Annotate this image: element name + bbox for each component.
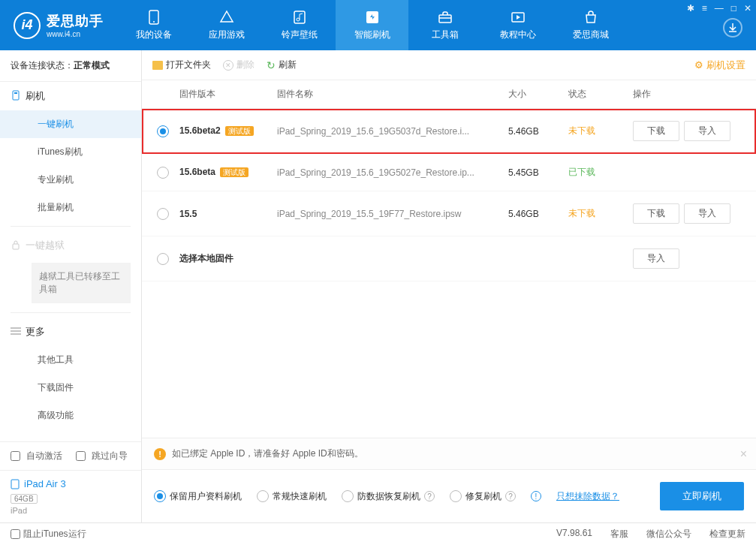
jailbreak-note: 越狱工具已转移至工具箱 bbox=[32, 263, 131, 303]
option-radio[interactable] bbox=[154, 490, 166, 502]
download-button[interactable]: 下载 bbox=[633, 203, 679, 224]
toolbox-icon bbox=[437, 9, 453, 26]
help-icon[interactable]: ? bbox=[505, 491, 516, 501]
delete-button: ✕ 删除 bbox=[223, 59, 255, 71]
svg-point-1 bbox=[153, 21, 155, 23]
more-icon bbox=[11, 327, 21, 335]
device-icon bbox=[146, 9, 162, 26]
close-notice-button[interactable]: × bbox=[740, 447, 747, 461]
logo: i4 爱思助手 www.i4.cn bbox=[0, 12, 117, 39]
sidebar-item[interactable]: 下载固件 bbox=[0, 374, 141, 402]
table-header: 固件版本 固件名称 大小 状态 操作 bbox=[142, 80, 756, 109]
option-radio[interactable] bbox=[450, 490, 462, 502]
download-icon bbox=[727, 23, 738, 33]
svg-rect-9 bbox=[13, 244, 19, 249]
download-button[interactable]: 下载 bbox=[633, 121, 679, 141]
nav-tab-apps[interactable]: 应用游戏 bbox=[190, 0, 263, 50]
refresh-icon: ↻ bbox=[267, 59, 276, 71]
window-controls: ✱ ≡ — □ ✕ bbox=[687, 3, 751, 14]
connection-status: 设备连接状态：正常模式 bbox=[0, 50, 141, 82]
app-url: www.i4.cn bbox=[47, 30, 104, 38]
sidebar-group-jailbreak: 一键越狱 bbox=[0, 231, 141, 260]
nav-tab-music[interactable]: 铃声壁纸 bbox=[263, 0, 336, 50]
ipad-icon bbox=[11, 479, 20, 489]
nav-tab-device[interactable]: 我的设备 bbox=[117, 0, 190, 50]
svg-rect-5 bbox=[439, 15, 451, 23]
bottom-panel: ! 如已绑定 Apple ID，请准备好 Apple ID和密码。 × 保留用户… bbox=[142, 438, 756, 522]
lock-icon bbox=[11, 239, 21, 250]
flash-now-button[interactable]: 立即刷机 bbox=[660, 482, 744, 510]
folder-icon bbox=[152, 61, 163, 70]
sidebar-group-more[interactable]: 更多 bbox=[0, 318, 141, 346]
sidebar-item[interactable]: 专业刷机 bbox=[0, 166, 141, 194]
info-icon[interactable]: ! bbox=[531, 491, 541, 501]
menu-icon[interactable]: ✱ bbox=[687, 3, 694, 14]
flash-icon bbox=[11, 90, 21, 101]
refresh-button[interactable]: ↻ 刷新 bbox=[267, 59, 297, 71]
gear-icon: ⚙ bbox=[694, 59, 703, 71]
check-update-link[interactable]: 检查更新 bbox=[709, 528, 745, 540]
beta-badge: 测试版 bbox=[220, 167, 248, 177]
erase-data-link[interactable]: 只想抹除数据？ bbox=[556, 490, 619, 503]
list-icon[interactable]: ≡ bbox=[702, 3, 707, 14]
sidebar-item[interactable]: iTunes刷机 bbox=[0, 138, 141, 166]
select-radio[interactable] bbox=[157, 125, 169, 137]
skip-guide-checkbox[interactable] bbox=[76, 451, 86, 461]
select-radio[interactable] bbox=[157, 208, 169, 220]
download-button[interactable] bbox=[723, 18, 742, 38]
sidebar-item[interactable]: 一键刷机 bbox=[0, 110, 141, 138]
svg-rect-13 bbox=[11, 480, 19, 489]
block-itunes-checkbox[interactable] bbox=[11, 529, 20, 539]
select-radio[interactable] bbox=[157, 253, 169, 265]
sidebar-group-flash[interactable]: 刷机 bbox=[0, 82, 141, 110]
option-radio[interactable] bbox=[342, 490, 354, 502]
nav-tab-flash[interactable]: 智能刷机 bbox=[336, 0, 408, 50]
open-folder-button[interactable]: 打开文件夹 bbox=[152, 59, 211, 71]
flash-option[interactable]: 防数据恢复刷机? bbox=[342, 490, 435, 503]
sidebar-item[interactable]: 批量刷机 bbox=[0, 194, 141, 221]
help-icon[interactable]: ? bbox=[424, 491, 435, 501]
svg-rect-8 bbox=[14, 92, 17, 94]
wechat-link[interactable]: 微信公众号 bbox=[646, 528, 691, 540]
close-icon[interactable]: ✕ bbox=[744, 3, 751, 14]
flash-option[interactable]: 保留用户资料刷机 bbox=[154, 490, 242, 503]
apps-icon bbox=[218, 9, 235, 26]
nav-tab-store[interactable]: 爱思商城 bbox=[554, 0, 627, 50]
toolbar: 打开文件夹 ✕ 删除 ↻ 刷新 ⚙ 刷机设置 bbox=[142, 50, 756, 80]
version-label: V7.98.61 bbox=[556, 528, 592, 540]
support-link[interactable]: 客服 bbox=[610, 528, 628, 540]
nav-tab-tutorial[interactable]: 教程中心 bbox=[481, 0, 554, 50]
app-header: i4 爱思助手 www.i4.cn 我的设备应用游戏铃声壁纸智能刷机工具箱教程中… bbox=[0, 0, 756, 50]
firmware-row[interactable]: 15.6beta测试版 iPad_Spring_2019_15.6_19G502… bbox=[142, 154, 756, 191]
music-icon bbox=[291, 9, 308, 26]
sidebar: 设备连接状态：正常模式 刷机 一键刷机iTunes刷机专业刷机批量刷机 一键越狱… bbox=[0, 50, 142, 522]
store-icon bbox=[583, 9, 599, 26]
storage-badge: 64GB bbox=[11, 494, 38, 504]
firmware-row[interactable]: 15.6beta2测试版 iPad_Spring_2019_15.6_19G50… bbox=[142, 109, 756, 154]
device-info[interactable]: iPad Air 3 64GB iPad bbox=[0, 470, 141, 522]
sidebar-item[interactable]: 高级功能 bbox=[0, 402, 141, 429]
flash-option[interactable]: 修复刷机? bbox=[450, 490, 516, 503]
sidebar-item[interactable]: 其他工具 bbox=[0, 346, 141, 374]
minimize-icon[interactable]: — bbox=[715, 3, 724, 14]
delete-icon: ✕ bbox=[223, 60, 233, 71]
tutorial-icon bbox=[510, 9, 526, 26]
import-button[interactable]: 导入 bbox=[684, 203, 730, 224]
app-name: 爱思助手 bbox=[47, 12, 104, 30]
beta-badge: 测试版 bbox=[225, 126, 254, 136]
option-radio[interactable] bbox=[257, 490, 269, 502]
import-button[interactable]: 导入 bbox=[633, 248, 679, 269]
auto-activate-row: 自动激活 跳过向导 bbox=[0, 442, 141, 470]
svg-point-3 bbox=[297, 18, 300, 21]
maximize-icon[interactable]: □ bbox=[731, 3, 736, 14]
warning-icon: ! bbox=[154, 448, 166, 460]
auto-activate-checkbox[interactable] bbox=[11, 451, 20, 461]
firmware-row[interactable]: 选择本地固件 导入 bbox=[142, 236, 756, 282]
svg-rect-7 bbox=[13, 91, 19, 100]
select-radio[interactable] bbox=[157, 167, 169, 179]
import-button[interactable]: 导入 bbox=[684, 121, 730, 141]
nav-tab-toolbox[interactable]: 工具箱 bbox=[408, 0, 481, 50]
flash-option[interactable]: 常规快速刷机 bbox=[257, 490, 327, 503]
firmware-row[interactable]: 15.5 iPad_Spring_2019_15.5_19F77_Restore… bbox=[142, 191, 756, 236]
flash-settings-button[interactable]: ⚙ 刷机设置 bbox=[694, 59, 745, 72]
